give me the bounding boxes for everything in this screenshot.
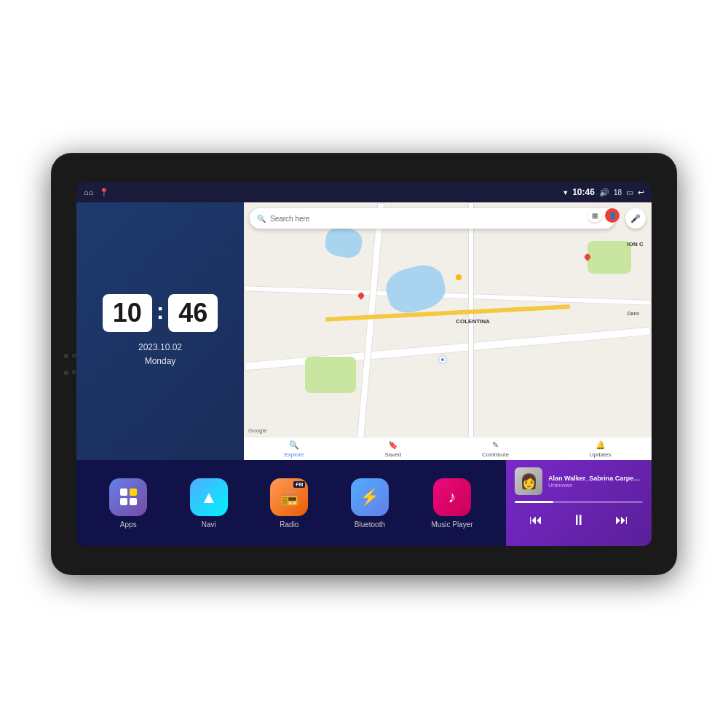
map-road-vertical-2 — [468, 202, 474, 460]
status-left: ⌂ 📍 — [84, 188, 109, 197]
map-mic-button[interactable]: 🎤 — [625, 208, 646, 229]
navi-icon-wrapper: ▲ — [190, 478, 228, 516]
map-nav-contribute[interactable]: ✎ Contribute — [482, 440, 509, 458]
music-player-label: Music Player — [431, 521, 472, 529]
bluetooth-icon: ⚡ — [360, 488, 379, 507]
music-text: Alan Walker_Sabrina Carpenter_F... Unkno… — [548, 475, 643, 488]
apps-icon-wrapper — [109, 478, 147, 516]
clock-display: 10 : 46 — [103, 294, 218, 332]
app-shortcuts: Apps ▲ Navi 📻 FM — [76, 460, 506, 546]
map-profile-button[interactable]: 👤 — [605, 208, 620, 223]
bluetooth-icon-wrapper: ⚡ — [351, 478, 389, 516]
music-title: Alan Walker_Sabrina Carpenter_F... — [548, 475, 643, 482]
bluetooth-label: Bluetooth — [355, 521, 385, 529]
map-current-location — [440, 357, 446, 363]
music-note-icon: ♪ — [448, 488, 456, 507]
map-label-dano: Dano — [627, 311, 639, 316]
music-album-art: 👩 — [515, 467, 542, 495]
map-road-horizontal-2 — [244, 285, 652, 306]
mic-dot — [64, 354, 68, 358]
map-nav-saved[interactable]: 🔖 Saved — [384, 440, 401, 458]
clock-hour: 10 — [113, 298, 142, 328]
map-water-2 — [323, 225, 364, 260]
clock-date-value: 2023.10.02 — [138, 341, 182, 355]
status-bar: ⌂ 📍 ▾ 10:46 🔊 18 ▭ ↩ — [76, 182, 652, 202]
map-pin-yellow — [456, 274, 462, 280]
wifi-icon: ▾ — [563, 188, 568, 197]
map-label-ion: ION C — [628, 241, 644, 248]
map-layers-button[interactable]: ⊞ — [587, 208, 602, 223]
status-time: 10:46 — [572, 187, 595, 197]
album-art-placeholder: 👩 — [520, 472, 538, 490]
home-icon[interactable]: ⌂ — [84, 188, 93, 197]
clock-date: 2023.10.02 Monday — [138, 341, 182, 368]
contribute-icon: ✎ — [492, 440, 499, 450]
clock-day: Monday — [138, 355, 182, 368]
rst-dot — [64, 371, 68, 375]
map-green-2 — [587, 241, 631, 274]
music-artist: Unknown — [548, 482, 643, 488]
clock-minute-block: 46 — [168, 294, 218, 332]
app-item-apps[interactable]: Apps — [109, 478, 147, 529]
map-nav-saved-label: Saved — [384, 451, 401, 458]
volume-icon: 🔊 — [599, 188, 609, 197]
clock-minute: 46 — [178, 298, 207, 328]
map-nav-updates[interactable]: 🔔 Updates — [590, 440, 612, 458]
map-green-1 — [305, 357, 356, 393]
explore-icon: 🔍 — [289, 440, 299, 450]
map-search-bar[interactable]: 🔍 Search here — [250, 208, 615, 229]
bottom-section: Apps ▲ Navi 📻 FM — [76, 460, 652, 546]
map-nav-updates-label: Updates — [590, 451, 612, 458]
map-search-icon: 🔍 — [257, 215, 266, 223]
music-prev-button[interactable]: ⏮ — [525, 511, 547, 529]
map-widget[interactable]: COLENTINA APINATURA ION C Dano Google — [244, 202, 652, 460]
music-widget: 👩 Alan Walker_Sabrina Carpenter_F... Unk… — [506, 460, 652, 546]
google-logo: Google — [248, 427, 267, 434]
profile-icon: 👤 — [609, 212, 617, 219]
main-content: 10 : 46 2023.10.02 Monday — [76, 202, 652, 546]
map-background: COLENTINA APINATURA ION C Dano Google — [244, 202, 652, 460]
clock-hour-block: 10 — [103, 294, 152, 332]
screen: ⌂ 📍 ▾ 10:46 🔊 18 ▭ ↩ — [76, 182, 652, 546]
app-item-music-player[interactable]: ♪ Music Player — [431, 478, 472, 529]
radio-fm-badge: FM — [293, 481, 305, 488]
app-item-radio[interactable]: 📻 FM Radio — [270, 478, 308, 529]
music-player-icon-wrapper: ♪ — [433, 478, 471, 516]
back-icon[interactable]: ↩ — [638, 188, 644, 197]
radio-icon-wrapper: 📻 FM — [270, 478, 308, 516]
map-nav-contribute-label: Contribute — [482, 451, 509, 458]
saved-icon: 🔖 — [388, 440, 398, 450]
map-search-text: Search here — [270, 215, 309, 223]
navi-label: Navi — [202, 521, 216, 529]
music-controls: ⏮ ⏸ ⏭ — [515, 510, 643, 530]
radio-label: Radio — [280, 521, 298, 529]
map-nav-explore-label: Explore — [284, 451, 304, 458]
mic-icon: 🎤 — [630, 214, 641, 223]
clock-widget: 10 : 46 2023.10.02 Monday — [76, 202, 244, 460]
music-play-button[interactable]: ⏸ — [567, 510, 590, 530]
app-item-bluetooth[interactable]: ⚡ Bluetooth — [351, 478, 389, 529]
apps-label: Apps — [120, 521, 137, 529]
map-label-colentina: COLENTINA — [456, 318, 490, 325]
map-bottom-nav: 🔍 Explore 🔖 Saved ✎ Contribute — [244, 437, 652, 460]
head-unit: MIC RST ⌂ 📍 ▾ 10:46 🔊 18 ▭ ↩ — [51, 153, 677, 575]
map-icon[interactable]: 📍 — [99, 188, 109, 197]
status-right: ▾ 10:46 🔊 18 ▭ ↩ — [563, 187, 644, 197]
map-water-1 — [382, 260, 450, 317]
top-section: 10 : 46 2023.10.02 Monday — [76, 202, 652, 460]
music-progress-bar — [515, 501, 643, 503]
app-item-navi[interactable]: ▲ Navi — [190, 478, 228, 529]
radio-icon: 📻 — [280, 488, 298, 506]
clock-colon: : — [157, 298, 165, 325]
music-next-button[interactable]: ⏭ — [611, 511, 633, 529]
navi-arrow-icon: ▲ — [200, 487, 218, 507]
map-yellow-road — [325, 304, 570, 322]
map-nav-explore[interactable]: 🔍 Explore — [284, 440, 304, 458]
updates-icon: 🔔 — [596, 440, 606, 450]
battery-icon: ▭ — [626, 188, 633, 197]
battery-level: 18 — [614, 189, 622, 197]
music-progress-fill — [515, 501, 553, 503]
music-info: 👩 Alan Walker_Sabrina Carpenter_F... Unk… — [515, 467, 643, 495]
layers-icon: ⊞ — [592, 212, 598, 220]
